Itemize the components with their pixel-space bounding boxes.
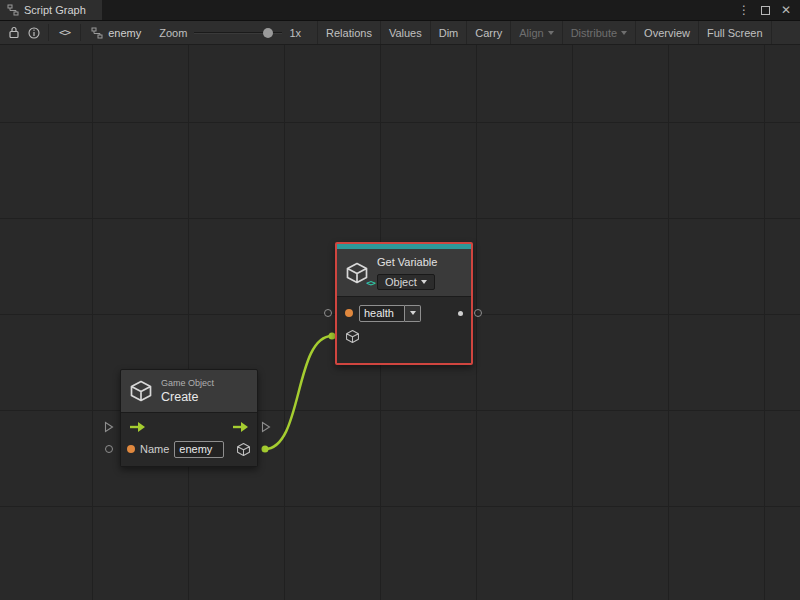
node-title: Get Variable (377, 256, 437, 268)
variable-kind-dropdown[interactable]: Object (377, 274, 435, 290)
window-controls: ⋮ ✕ (738, 0, 800, 20)
graph-tab-icon (7, 4, 19, 16)
values-button[interactable]: Values (380, 21, 430, 44)
node-category: Game Object (161, 378, 214, 388)
distribute-button[interactable]: Distribute (562, 21, 635, 44)
info-icon[interactable] (28, 27, 40, 39)
titlebar: Script Graph ⋮ ✕ (0, 0, 800, 21)
graph-canvas[interactable]: <> Get Variable Object (0, 45, 800, 600)
flow-output-triangle-icon[interactable] (261, 421, 271, 433)
variable-cube-icon: <> (345, 261, 369, 285)
zoom-slider-handle[interactable] (263, 28, 273, 38)
name-input-port[interactable] (127, 445, 135, 453)
zoom-slider[interactable] (194, 26, 282, 40)
overview-button[interactable]: Overview (635, 21, 698, 44)
carry-button[interactable]: Carry (466, 21, 510, 44)
game-object-cube-icon (129, 379, 153, 403)
zoom-label: Zoom (159, 27, 187, 39)
dim-button[interactable]: Dim (430, 21, 467, 44)
flow-input-port-icon[interactable] (129, 421, 146, 433)
close-icon[interactable]: ✕ (781, 4, 791, 16)
flow-output-port-icon[interactable] (232, 421, 249, 433)
relations-button[interactable]: Relations (317, 21, 380, 44)
get-variable-right-port-indicator[interactable] (474, 309, 482, 317)
script-graph-asset-icon (91, 27, 103, 39)
toolbar-buttons: Relations Values Dim Carry Align Distrib… (317, 21, 800, 44)
node-title: Create (161, 390, 214, 404)
code-badge-icon: <> (365, 279, 376, 288)
zoom-control: Zoom 1x (151, 21, 309, 44)
game-object-output-port-cube-icon[interactable] (236, 442, 251, 457)
maximize-icon[interactable] (761, 6, 770, 15)
code-view-icon[interactable]: <> (49, 21, 80, 44)
lock-icon[interactable] (8, 26, 20, 39)
node-body (337, 296, 471, 363)
chevron-down-icon (421, 280, 427, 284)
node-game-object-create[interactable]: Game Object Create Name (120, 369, 258, 467)
variable-name-input[interactable] (359, 305, 405, 322)
chevron-down-icon (548, 31, 554, 35)
graph-toolbar: <> enemy Zoom 1x Relations Values Dim Ca… (0, 21, 800, 45)
tab-label: Script Graph (24, 4, 86, 16)
zoom-value: 1x (289, 27, 301, 39)
flow-input-triangle-icon[interactable] (104, 421, 114, 433)
node-header[interactable]: <> Get Variable Object (337, 249, 471, 296)
param-label: Name (140, 443, 169, 455)
menu-icon[interactable]: ⋮ (738, 4, 750, 16)
name-input-port[interactable] (345, 309, 353, 317)
node-body: Name (121, 412, 257, 466)
script-graph-window: Script Graph ⋮ ✕ <> (0, 0, 800, 600)
graph-breadcrumb[interactable]: enemy (81, 21, 151, 44)
align-button[interactable]: Align (510, 21, 561, 44)
get-variable-left-port-indicator[interactable] (324, 309, 332, 317)
graph-name: enemy (108, 27, 141, 39)
create-name-port-indicator[interactable] (105, 445, 113, 453)
node-get-variable[interactable]: <> Get Variable Object (335, 242, 473, 365)
chevron-down-icon (621, 31, 627, 35)
node-header[interactable]: Game Object Create (121, 370, 257, 412)
chevron-down-icon (410, 311, 416, 315)
object-input-port-cube-icon[interactable] (345, 329, 360, 344)
tab-script-graph[interactable]: Script Graph (0, 0, 102, 20)
variable-name-dropdown[interactable] (405, 305, 421, 322)
value-output-port[interactable] (458, 311, 463, 316)
fullscreen-button[interactable]: Full Screen (698, 21, 772, 44)
name-input[interactable] (174, 441, 224, 458)
